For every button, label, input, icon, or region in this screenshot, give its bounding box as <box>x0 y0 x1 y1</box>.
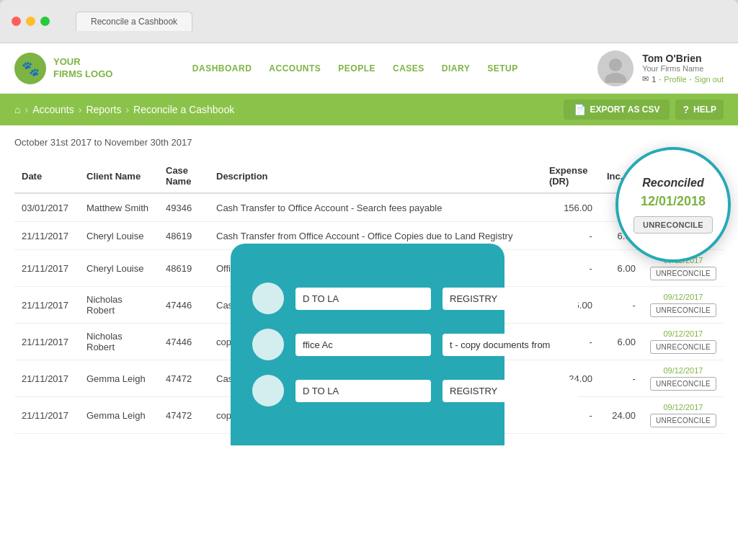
signout-link[interactable]: Sign out <box>695 75 724 84</box>
export-csv-button[interactable]: 📄 EXPORT AS CSV <box>564 99 670 120</box>
cell-action: 09/12/2017 UNRECONCILE <box>643 324 724 360</box>
popup-input-3b[interactable] <box>443 380 578 402</box>
popup-input-3a[interactable] <box>295 380 431 402</box>
unreconcile-button[interactable]: UNRECONCILE <box>650 414 716 427</box>
cell-income: 6.00 <box>600 250 643 287</box>
content-area: October 31st 2017 to November 30th 2017 … <box>0 125 738 445</box>
user-name: Tom O'Brien <box>642 53 724 64</box>
user-links: ✉ 1 · Profile · Sign out <box>642 74 724 84</box>
main-nav: DASHBOARD ACCOUNTS PEOPLE CASES DIARY SE… <box>192 63 518 74</box>
popup-circle-2 <box>252 329 284 360</box>
browser-tab[interactable]: Reconcile a Cashbook <box>76 12 192 31</box>
popup-input-2b[interactable] <box>443 334 578 356</box>
reconcile-date: 09/12/2017 <box>650 329 716 338</box>
cell-expense: - <box>542 397 600 434</box>
logo-text: YOUR FIRMS LOGO <box>53 56 112 81</box>
cell-case: 49346 <box>159 193 209 222</box>
nav-dashboard[interactable]: DASHBOARD <box>192 63 252 74</box>
email-icon: ✉ <box>642 74 649 84</box>
cell-case: 47446 <box>159 324 209 360</box>
cell-action: 09/12/2017 UNRECONCILE <box>643 360 724 397</box>
cell-action: 09/12/2017 UNRECONCILE <box>643 397 724 434</box>
help-icon: ? <box>683 104 689 115</box>
cell-date: 21/11/2017 <box>14 397 79 434</box>
app-header: 🐾 YOUR FIRMS LOGO DASHBOARD ACCOUNTS PEO… <box>0 43 738 94</box>
profile-link[interactable]: Profile <box>664 75 686 84</box>
cell-action: 09/12/2017 UNRECONCILE <box>643 287 724 324</box>
reconcile-date: 09/12/2017 <box>650 293 716 301</box>
cell-client: Nicholas Robert <box>79 287 159 324</box>
cell-case: 47472 <box>159 360 209 397</box>
breadcrumb-accounts[interactable]: Accounts <box>32 104 74 115</box>
cell-description: Cash Transfer to Office Account - Search… <box>209 193 542 222</box>
popup-row-3 <box>252 375 483 406</box>
popup-input-2a[interactable] <box>295 334 431 356</box>
popup-input-1a[interactable] <box>295 288 431 310</box>
cell-case: 47446 <box>159 287 209 324</box>
avatar <box>597 50 633 86</box>
reconcile-date: 09/12/2017 <box>650 366 716 375</box>
svg-point-0 <box>609 58 622 71</box>
nav-diary[interactable]: DIARY <box>442 63 470 74</box>
col-header-date: Date <box>14 159 79 193</box>
cell-income: 6.00 <box>600 324 643 360</box>
cell-client: Gemma Leigh <box>79 397 159 434</box>
unreconcile-button[interactable]: UNRECONCILE <box>650 340 716 354</box>
logo-area: 🐾 YOUR FIRMS LOGO <box>14 53 112 84</box>
home-icon[interactable]: ⌂ <box>14 104 20 115</box>
nav-accounts[interactable]: ACCOUNTS <box>269 63 321 74</box>
cell-expense: - <box>542 222 600 250</box>
export-icon: 📄 <box>574 104 586 115</box>
cell-date: 21/11/2017 <box>14 324 79 360</box>
browser-chrome: Reconcile a Cashbook <box>0 0 738 43</box>
popup-input-1b[interactable] <box>443 288 578 310</box>
breadcrumb-reports[interactable]: Reports <box>86 104 121 115</box>
cell-expense: - <box>542 250 600 287</box>
cell-date: 21/11/2017 <box>14 360 79 397</box>
unreconcile-button[interactable]: UNRECONCILE <box>650 377 716 391</box>
help-button[interactable]: ? HELP <box>675 99 724 120</box>
cell-date: 03/01/2017 <box>14 193 79 222</box>
col-header-desc: Description <box>209 159 542 193</box>
svg-point-1 <box>605 73 626 83</box>
maximize-dot[interactable] <box>40 17 50 26</box>
user-firm: Your Firms Name <box>642 64 724 73</box>
app-container: 🐾 YOUR FIRMS LOGO DASHBOARD ACCOUNTS PEO… <box>0 43 738 560</box>
user-area: Tom O'Brien Your Firms Name ✉ 1 · Profil… <box>597 50 724 86</box>
breadcrumb-actions: 📄 EXPORT AS CSV ? HELP <box>564 99 724 120</box>
logo-icon: 🐾 <box>14 53 46 84</box>
unreconcile-large-button[interactable]: UNRECONCILE <box>633 216 713 234</box>
unreconcile-button[interactable]: UNRECONCILE <box>650 267 716 280</box>
cell-date: 21/11/2017 <box>14 222 79 250</box>
cell-client: Nicholas Robert <box>79 324 159 360</box>
cell-client: Cheryl Louise <box>79 250 159 287</box>
reconciled-label: Reconciled <box>642 177 703 190</box>
cell-client: Matthew Smith <box>79 193 159 222</box>
teal-popup <box>231 244 504 445</box>
col-header-client: Client Name <box>79 159 159 193</box>
cell-case: 47472 <box>159 397 209 434</box>
popup-circle-3 <box>252 375 284 406</box>
close-dot[interactable] <box>12 17 21 26</box>
user-info: Tom O'Brien Your Firms Name ✉ 1 · Profil… <box>642 53 724 84</box>
nav-setup[interactable]: SETUP <box>487 63 518 74</box>
cell-case: 48619 <box>159 250 209 287</box>
cell-income: - <box>600 360 643 397</box>
cell-date: 21/11/2017 <box>14 250 79 287</box>
col-header-expense: Expense (DR) <box>542 159 600 193</box>
cell-expense: 156.00 <box>542 193 600 222</box>
reconcile-date: 09/12/2017 <box>650 403 716 412</box>
cell-client: Cheryl Louise <box>79 222 159 250</box>
nav-people[interactable]: PEOPLE <box>338 63 375 74</box>
nav-cases[interactable]: CASES <box>393 63 424 74</box>
unreconcile-button[interactable]: UNRECONCILE <box>650 303 716 317</box>
minimize-dot[interactable] <box>26 17 35 26</box>
breadcrumb-current: Reconcile a Cashbook <box>133 104 234 115</box>
cell-client: Gemma Leigh <box>79 360 159 397</box>
cell-case: 48619 <box>159 222 209 250</box>
message-count: 1 <box>652 75 656 84</box>
reconciled-badge: Reconciled 12/01/2018 UNRECONCILE <box>615 147 731 262</box>
breadcrumb-bar: ⌂ › Accounts › Reports › Reconcile a Cas… <box>0 94 738 125</box>
popup-row-1 <box>252 283 483 314</box>
browser-dots <box>12 17 50 26</box>
